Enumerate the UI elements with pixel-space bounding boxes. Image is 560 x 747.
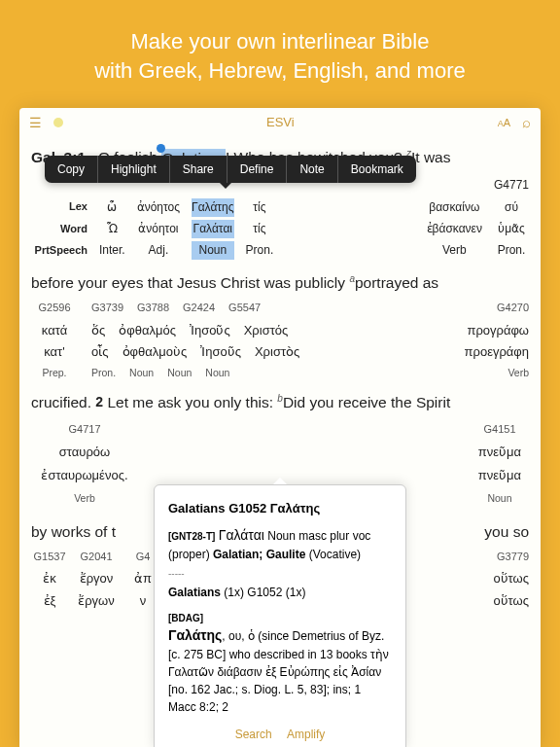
pos-row: Prep.Pron.NounNounNounVerb	[31, 365, 529, 381]
dict-entry-bdag: [BDAG] Γαλάτης, ου, ὁ (since Demetrius o…	[168, 611, 392, 716]
app-window: ☰ ESVi AAAA ⌕ Copy Highlight Share Defin…	[19, 108, 541, 747]
dict-freq: Galatians (1x) G1052 (1x)	[168, 584, 392, 601]
dict-actions: Search Amplify	[168, 726, 392, 743]
dictionary-popup: Galatians G1052 Γαλάτης [GNT28-T] Γαλάτα…	[154, 484, 406, 747]
interlinear-block: G4771 LexὦἀνόητοςΓαλάτηςτίςβασκαίνωσύ Wo…	[31, 176, 529, 260]
dict-title: Galatians G1052 Γαλάτης	[168, 499, 392, 518]
copy-button[interactable]: Copy	[45, 156, 98, 183]
dict-search-link[interactable]: Search	[235, 728, 272, 741]
highlight-color-indicator[interactable]	[53, 118, 63, 127]
dict-amplify-link[interactable]: Amplify	[287, 728, 325, 741]
verse-text[interactable]: crucified. 2 Let me ask you only this: b…	[31, 391, 529, 415]
greek-word-row: κατ'οἷςὀφθαλμοὺςἸησοῦςΧριστὸςπροεγράφη	[31, 342, 529, 363]
font-size-button[interactable]: AAAA	[498, 117, 510, 128]
highlight-button[interactable]: Highlight	[98, 156, 170, 183]
promo-text: Make your own interlinear Bible with Gre…	[0, 0, 560, 108]
verse-text[interactable]: before your eyes that Jesus Christ was p…	[31, 271, 529, 296]
toc-icon[interactable]: ☰	[29, 115, 42, 130]
selection-popup: Copy Highlight Share Define Note Bookmar…	[45, 156, 416, 183]
strongs-row: G2596G3739G3788G2424G5547G4270	[31, 300, 529, 317]
bookmark-button[interactable]: Bookmark	[338, 156, 416, 183]
toolbar: ☰ ESVi AAAA ⌕	[19, 108, 541, 134]
define-button[interactable]: Define	[228, 156, 288, 183]
version-title[interactable]: ESVi	[266, 115, 295, 129]
share-button[interactable]: Share	[170, 156, 228, 183]
note-button[interactable]: Note	[287, 156, 337, 183]
search-icon[interactable]: ⌕	[522, 114, 531, 130]
dict-entry-gnt: [GNT28-T] Γαλάται Noun masc plur voc (pr…	[168, 525, 392, 563]
greek-lex-row: κατάὅςὀφθαλμόςἸησοῦςΧριστόςπρογράφω	[31, 321, 529, 341]
